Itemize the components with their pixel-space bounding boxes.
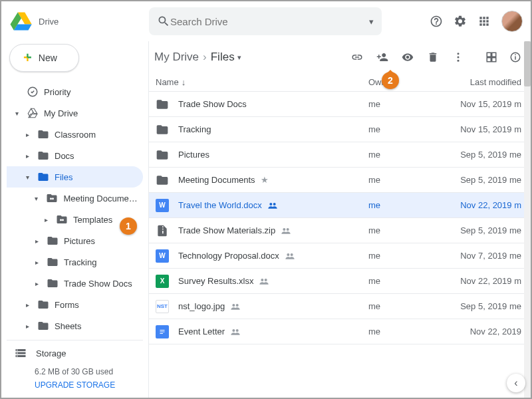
svg-point-11 — [269, 203, 272, 205]
svg-point-19 — [232, 304, 235, 307]
tree-pictures[interactable]: ▸ Pictures — [7, 230, 143, 251]
breadcrumb-sep: › — [203, 51, 207, 64]
trash-icon[interactable] — [427, 51, 439, 63]
svg-point-7 — [458, 60, 460, 62]
tree-forms[interactable]: ▸ Forms — [7, 294, 143, 315]
grid-view-icon[interactable] — [485, 51, 497, 63]
svg-point-5 — [458, 53, 460, 55]
nav-my-drive[interactable]: ▾ My Drive — [7, 102, 143, 124]
tree-label: Docs — [55, 151, 74, 161]
file-row[interactable]: PicturesmeSep 5, 2019 me — [149, 142, 531, 168]
file-row[interactable]: TrackingmeNov 15, 2019 m — [149, 117, 531, 142]
col-name[interactable]: Name ↓ — [156, 77, 368, 87]
google-doc-icon — [156, 325, 169, 338]
apps-icon[interactable] — [477, 15, 491, 28]
search-icon — [157, 15, 170, 28]
more-icon[interactable] — [452, 51, 464, 63]
file-row[interactable]: NSTnst_logo.jpg meSep 5, 2019 me — [149, 294, 531, 319]
file-row[interactable]: Trade Show DocsmeNov 15, 2019 m — [149, 92, 531, 117]
file-owner: me — [368, 276, 435, 286]
chevron-right-icon[interactable]: ▸ — [32, 259, 41, 266]
tree-tracking[interactable]: ▸ Tracking — [7, 251, 143, 273]
shared-icon — [259, 277, 269, 285]
preview-icon[interactable] — [402, 51, 414, 63]
col-owner[interactable]: Owner — [368, 77, 435, 87]
drive-logo-icon — [9, 9, 33, 33]
chevron-right-icon[interactable]: ▸ — [32, 280, 41, 287]
folder-icon — [37, 150, 49, 162]
side-panel-toggle[interactable]: ‹ — [507, 374, 525, 392]
tree-label: Forms — [55, 300, 79, 310]
breadcrumb-root[interactable]: My Drive — [154, 51, 199, 64]
file-modified: Nov 15, 2019 m — [435, 99, 521, 109]
tree-sheets[interactable]: ▸ Sheets — [7, 315, 143, 336]
nav-priority[interactable]: Priority — [7, 81, 143, 102]
tree-label: Meeting Documen... — [63, 194, 138, 203]
search-input[interactable] — [170, 16, 369, 27]
folder-icon — [37, 171, 49, 183]
chevron-right-icon[interactable]: ▸ — [23, 301, 32, 309]
breadcrumb-current[interactable]: Files ▾ — [211, 51, 241, 64]
file-owner: me — [368, 124, 435, 134]
tree-label: Sheets — [55, 321, 81, 331]
file-row[interactable]: XSurvey Results.xlsx meNov 22, 2019 m — [149, 269, 531, 294]
storage-used: 6.2 MB of 30 GB used — [35, 367, 140, 376]
search-box[interactable]: ▾ — [149, 7, 382, 35]
scrollbar-track[interactable] — [524, 41, 531, 398]
file-row[interactable]: WTravel the World.docx meNov 22, 2019 m — [149, 193, 531, 218]
search-dropdown-icon[interactable]: ▾ — [369, 17, 374, 27]
upgrade-storage-link[interactable]: UPGRADE STORAGE — [35, 380, 140, 390]
svg-point-12 — [273, 203, 275, 205]
chevron-down-icon[interactable]: ▾ — [12, 110, 21, 117]
svg-point-17 — [261, 279, 264, 281]
svg-point-25 — [236, 329, 239, 332]
chevron-right-icon[interactable]: ▸ — [23, 131, 32, 138]
selection-toolbar — [351, 51, 464, 63]
chevron-right-icon[interactable]: ▸ — [23, 323, 32, 330]
svg-point-24 — [232, 329, 235, 332]
tree-label: Classroom — [55, 130, 96, 140]
col-modified[interactable]: Last modified — [435, 77, 521, 87]
storage-icon — [15, 347, 27, 359]
file-row[interactable]: Trade Show Materials.zip meSep 5, 2019 m… — [149, 218, 531, 243]
account-avatar[interactable] — [501, 11, 523, 32]
tree-classroom[interactable]: ▸ Classroom — [7, 124, 143, 145]
file-row[interactable]: Event Letter meNov 22, 2019 — [149, 319, 531, 344]
folder-icon — [47, 235, 59, 247]
get-link-icon[interactable] — [351, 51, 363, 63]
chevron-down-icon[interactable]: ▾ — [32, 195, 41, 202]
tree-meeting-docs[interactable]: ▾ Meeting Documen... — [7, 188, 143, 209]
chevron-right-icon[interactable]: ▸ — [32, 237, 41, 245]
tree-docs[interactable]: ▸ Docs — [7, 145, 143, 166]
new-button[interactable]: + New — [9, 44, 79, 72]
storage-link[interactable]: Storage — [15, 347, 140, 359]
annotation-step-1: 1 — [120, 217, 137, 235]
storage-label: Storage — [36, 348, 66, 358]
star-icon: ★ — [261, 175, 269, 185]
help-icon[interactable] — [430, 15, 443, 28]
chevron-right-icon[interactable]: ▸ — [23, 152, 32, 160]
file-row[interactable]: Meeting Documents ★meSep 5, 2019 me — [149, 168, 531, 193]
tree-trade-show[interactable]: ▸ Trade Show Docs — [7, 273, 143, 294]
file-name: Technology Proposal.docx — [178, 251, 368, 261]
sort-down-icon: ↓ — [182, 77, 186, 87]
chevron-down-icon[interactable]: ▾ — [23, 174, 32, 181]
details-icon[interactable] — [509, 51, 521, 63]
word-doc-icon: W — [156, 249, 169, 263]
logo[interactable]: Drive — [9, 9, 142, 33]
file-owner: me — [368, 301, 435, 311]
share-icon[interactable] — [376, 51, 388, 63]
shared-icon — [281, 227, 291, 235]
file-modified: Sep 5, 2019 me — [435, 175, 521, 185]
shared-icon — [230, 303, 241, 311]
file-modified: Nov 22, 2019 m — [435, 200, 521, 210]
file-modified: Sep 5, 2019 me — [435, 150, 521, 160]
file-modified: Nov 22, 2019 m — [435, 276, 521, 286]
tree-files[interactable]: ▾ Files — [7, 166, 143, 188]
file-row[interactable]: WTechnology Proposal.docx meNov 7, 2019 … — [149, 243, 531, 269]
scrollbar-thumb[interactable] — [524, 41, 531, 86]
file-name: Meeting Documents ★ — [178, 175, 368, 185]
settings-icon[interactable] — [454, 15, 467, 28]
file-modified: Nov 7, 2019 me — [435, 251, 521, 261]
chevron-right-icon[interactable]: ▸ — [41, 216, 51, 223]
